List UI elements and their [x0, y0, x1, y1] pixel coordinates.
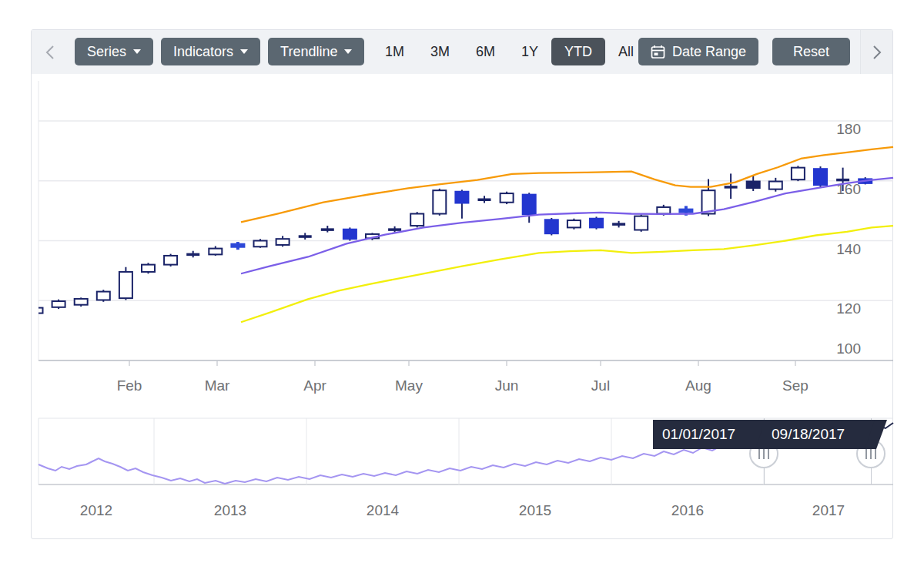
- grip-icon: [758, 449, 769, 459]
- series-label: Series: [87, 44, 126, 60]
- period-selector-group: 1M3M6M1YYTDAll: [372, 38, 647, 65]
- indicators-dropdown-button[interactable]: Indicators: [161, 38, 260, 65]
- toolbar-scroll-left-button[interactable]: [32, 30, 69, 74]
- navigator-start-tooltip: 01/01/2017: [653, 420, 753, 449]
- date-range-button[interactable]: Date Range: [638, 38, 758, 65]
- toolbar-scroll-right-button[interactable]: [860, 30, 892, 74]
- series-dropdown-button[interactable]: Series: [75, 38, 153, 65]
- date-range-group: Date Range: [638, 38, 758, 65]
- calendar-icon: [651, 45, 665, 59]
- dropdown-button-group: SeriesIndicatorsTrendline: [75, 38, 364, 65]
- trendline-label: Trendline: [280, 44, 337, 60]
- caret-down-icon: [240, 49, 248, 54]
- chevron-right-icon: [871, 43, 883, 62]
- period-button-6m[interactable]: 6M: [463, 38, 508, 65]
- chart-toolbar: SeriesIndicatorsTrendline 1M3M6M1YYTDAll…: [32, 30, 892, 74]
- navigator-end-tooltip: 09/18/2017: [762, 420, 862, 449]
- caret-down-icon: [344, 49, 352, 54]
- tooltip-fold-decoration: [865, 420, 875, 449]
- period-button-1y[interactable]: 1Y: [508, 38, 551, 65]
- period-button-ytd[interactable]: YTD: [551, 38, 605, 65]
- grip-icon: [865, 449, 876, 459]
- reset-group: Reset: [772, 38, 850, 65]
- period-button-3m[interactable]: 3M: [417, 38, 463, 65]
- indicators-label: Indicators: [173, 44, 233, 60]
- reset-button[interactable]: Reset: [772, 38, 850, 65]
- trendline-dropdown-button[interactable]: Trendline: [268, 38, 364, 65]
- date-range-label: Date Range: [672, 44, 746, 60]
- chevron-left-icon: [44, 43, 56, 62]
- caret-down-icon: [133, 49, 141, 54]
- period-button-1m[interactable]: 1M: [372, 38, 417, 65]
